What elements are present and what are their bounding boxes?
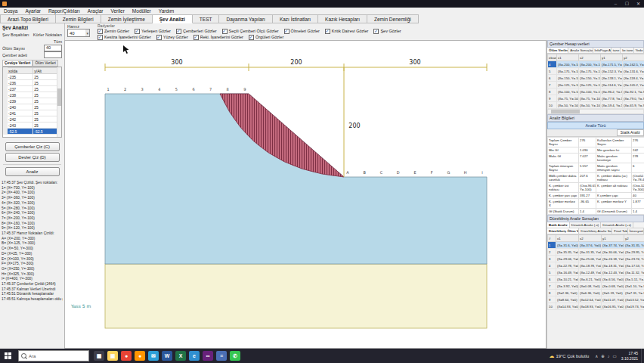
circle-data-table[interactable]: ekrannox1x2y1y2çember 4(X=-200, Y=-500)(…: [547, 54, 644, 109]
main-tab-6[interactable]: Kazı İstinatları: [273, 14, 318, 23]
display-checkbox-3[interactable]: Seçili Çemberi Ölçü Gözler: [222, 29, 279, 34]
checkbox-box[interactable]: [98, 35, 103, 40]
display-checkbox-2[interactable]: Çemberleri Gözler: [176, 29, 217, 34]
checkbox-box[interactable]: [135, 29, 140, 34]
show-desktop-button[interactable]: [641, 349, 644, 363]
table-row[interactable]: 4(X=-200, Y=-500)(X=-200, Y=-100)(X=-171…: [548, 61, 644, 68]
grid-tab-1[interactable]: Ölüm Verileri: [33, 60, 57, 67]
main-tab-1[interactable]: Zemin Bilgileri: [56, 14, 101, 23]
main-tab-2[interactable]: Zemin İyileştirme: [101, 14, 153, 23]
table-row[interactable]: K. çember merkez X-96.65K. çember merkez…: [548, 199, 644, 209]
display-checkbox-5[interactable]: Kritik Dairevi Gözler: [325, 29, 369, 34]
display-checkbox-1[interactable]: Yüzey Gözler: [156, 35, 188, 40]
tray-icon-0[interactable]: ∧: [595, 354, 598, 358]
main-tab-8[interactable]: Zemin Denemliği: [367, 14, 419, 23]
table-row[interactable]: -24125: [5, 110, 61, 116]
table-row[interactable]: -52.5-52.5: [5, 129, 61, 135]
task-view-icon[interactable]: ▦: [94, 351, 104, 361]
table-row[interactable]: 10(X=14.93, Y=0)(X=18.93, Y=0)(X=16.95, …: [548, 303, 644, 310]
result-tab-2[interactable]: Dinamik Analiz (+x): [601, 222, 633, 228]
table-row[interactable]: 9(X=-75, Y=-500)(X=-75, Y=-100)(X=-77.8,…: [548, 95, 644, 102]
circle-tab-0[interactable]: Ölüm Verileri: [547, 48, 568, 53]
visual-studio-icon[interactable]: ∞: [203, 351, 213, 361]
horizontal-scrollbar[interactable]: [547, 109, 644, 114]
result-subtab-1[interactable]: Düzeltilmiş Analiz Sonuçları: [579, 228, 612, 234]
window-button-0[interactable]: –: [610, 0, 621, 8]
main-tab-0[interactable]: Arazi-Topo Bilgileri: [0, 14, 56, 23]
word-icon[interactable]: W: [162, 351, 172, 361]
tray-icon-1[interactable]: ⊕: [601, 354, 605, 358]
result-subtab-2[interactable]: Final Tablo: [612, 228, 627, 234]
checkbox-box[interactable]: [156, 35, 162, 40]
table-row[interactable]: 4(X=-22.78, Y=0)(X=-18.78, Y=0)(X=-18.31…: [548, 262, 644, 269]
window-button-1[interactable]: ☐: [621, 0, 633, 8]
taskbar-search[interactable]: Ara: [18, 350, 89, 361]
display-checkbox-2[interactable]: Reki. İşaretlerini Gözler: [194, 35, 243, 40]
table-row[interactable]: 6(X=-150, Y=-500)(X=-150, Y=-100)(X=-133…: [548, 75, 644, 82]
circle-tab-4[interactable]: ke.tane: [621, 48, 633, 53]
menu-item-4[interactable]: Veriler: [107, 8, 128, 14]
table-row[interactable]: Gf (Statik Durum)1.4Gf (Denamik Durum)1.…: [548, 209, 644, 215]
main-tab-3[interactable]: Şev Analizi: [153, 14, 193, 23]
checkbox-box[interactable]: [194, 35, 199, 40]
table-row[interactable]: -24025: [5, 104, 61, 110]
taskbar-clock[interactable]: 17:45 3.10.2021: [621, 351, 638, 361]
table-row[interactable]: -23525: [5, 74, 61, 80]
checkbox-box[interactable]: [98, 29, 103, 34]
display-checkbox-6[interactable]: Şev Gözler: [373, 29, 401, 34]
result-subtab-3[interactable]: İtmesyonlar: [628, 228, 644, 234]
mail-icon[interactable]: ✉: [148, 351, 159, 361]
tray-icon-2[interactable]: ♪: [608, 354, 610, 358]
table-row[interactable]: Min Gf1.090Min gereken fsi242: [548, 147, 644, 154]
table-row[interactable]: 5(X=-175, Y=-500)(X=-175, Y=-100)(X=-152…: [548, 68, 644, 75]
display-checkbox-1[interactable]: Yerleşen Gözler: [135, 29, 171, 34]
excel-icon[interactable]: X: [175, 351, 186, 361]
chrome-icon[interactable]: ●: [121, 351, 132, 361]
menu-item-3[interactable]: Araçlar: [84, 8, 107, 14]
table-row[interactable]: -23825: [5, 92, 61, 98]
checkbox-box[interactable]: [176, 29, 181, 34]
corrected-results-table[interactable]: #x1x2y1y2csv 1(X=-31.6, Y=0)(X=-37.6, Y=…: [547, 234, 644, 310]
main-tab-4[interactable]: TEST: [193, 14, 220, 23]
coordinate-grid[interactable]: xolday/Alt -23525-23625-23725-23825-2392…: [2, 67, 62, 138]
checkbox-box[interactable]: [373, 29, 379, 34]
main-tab-5[interactable]: Dayanma Yapıları: [219, 14, 272, 23]
checkbox-box[interactable]: [222, 29, 228, 34]
window-button-2[interactable]: ✕: [633, 0, 644, 8]
circle-tab-1[interactable]: Analiz Sonuçları: [568, 48, 593, 53]
table-row[interactable]: K. çember üst noktası(Ox=-96.65, Y=-100)…: [548, 183, 644, 193]
table-row[interactable]: 3(X=-29.06, Y=0)(X=-25.06, Y=0)(X=-24.18…: [548, 256, 644, 262]
field-value[interactable]: [44, 51, 62, 58]
whatsapp-icon[interactable]: ✆: [230, 351, 240, 361]
circle-tab-3[interactable]: tane: [611, 48, 621, 53]
table-row[interactable]: -23925: [5, 98, 61, 104]
table-row[interactable]: 10(X=-50, Y=-500)(X=-50, Y=-100)(X=-59.4…: [548, 102, 644, 109]
table-row[interactable]: -24225: [5, 116, 61, 123]
table-row[interactable]: 8(X=2.36, Y=0)(X=6.36, Y=0)(X=5.19, Y=0)…: [548, 290, 644, 296]
checkbox-box[interactable]: [325, 29, 330, 34]
display-checkbox-0[interactable]: Zemin Gözler: [98, 29, 129, 34]
table-row[interactable]: 7(X=-125, Y=-500)(X=-125, Y=-100)(X=-114…: [548, 82, 644, 88]
static-analysis-tab[interactable]: Statik Analiz: [617, 129, 644, 136]
coordinate-table[interactable]: xolday/Alt -23525-23625-23725-23825-2392…: [3, 67, 61, 135]
grid-tab-0[interactable]: Çevüye Verileri: [2, 60, 33, 67]
file-explorer-icon[interactable]: ▣: [107, 351, 118, 361]
draw-slices-button[interactable]: Devler Çiz (D): [5, 153, 60, 162]
checkbox-box[interactable]: [249, 35, 254, 40]
circle-tab-2[interactable]: InfoPage Al: [593, 48, 611, 53]
table-row[interactable]: -23625: [5, 80, 61, 86]
menu-item-0[interactable]: Dosya: [0, 8, 21, 14]
analysis-type-bar[interactable]: Analiz Türü: [547, 122, 644, 129]
draw-circles-button[interactable]: Çemberler Çiz (C): [5, 142, 60, 151]
hamiz-select[interactable]: 40 ▾: [67, 29, 90, 37]
checkbox-box[interactable]: [284, 29, 289, 34]
table-row[interactable]: -23725: [5, 86, 61, 92]
menu-item-1[interactable]: Ayarlar: [21, 8, 44, 14]
table-row[interactable]: Maks Gf7.027Maks gereken kesimeye278: [548, 154, 644, 163]
table-row[interactable]: K. çember yarı çapı391.27K çember çapı40: [548, 193, 644, 199]
display-checkbox-0[interactable]: Kesitra İşaretlerini Gözler: [98, 35, 151, 40]
table-row[interactable]: Mdlk çember dakta uzunluk207.6K. çember …: [548, 173, 644, 183]
table-row[interactable]: 7(X=-3.92, Y=0)(X=0.08, Y=0)(X=-0.68, Y=…: [548, 283, 644, 290]
scrollbar-thumb[interactable]: [551, 110, 580, 113]
main-tab-7[interactable]: Kazık Hesapları: [318, 14, 367, 23]
